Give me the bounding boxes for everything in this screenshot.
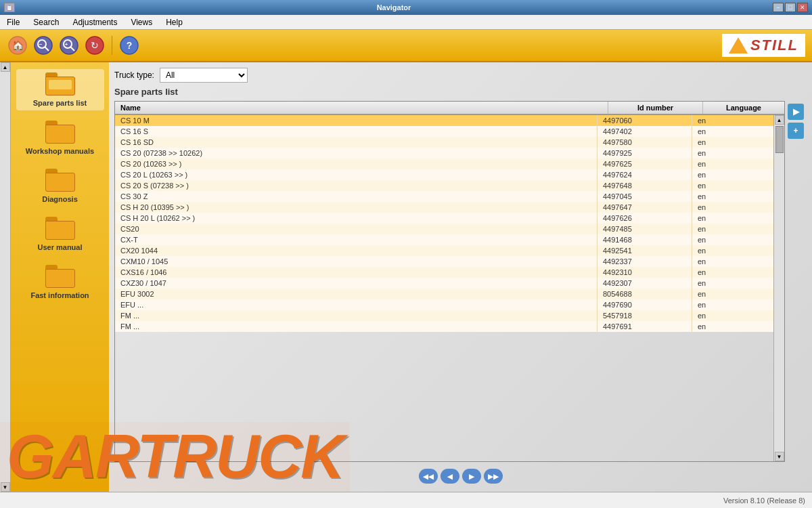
- table-scroll-up[interactable]: ▲: [775, 115, 784, 125]
- status-bar: Version 8.10 (Release 8): [0, 492, 812, 508]
- still-logo: STILL: [722, 34, 805, 57]
- table-row[interactable]: CS H 20 (10395 >> )4497647en: [115, 202, 773, 213]
- sidebar-item-user-manual[interactable]: User manual: [16, 213, 104, 255]
- row-id-cell: 4497624: [597, 169, 692, 180]
- svg-text:↻: ↻: [91, 40, 99, 51]
- right-action-buttons: ▶ +: [788, 101, 807, 462]
- row-lang-cell: en: [692, 267, 773, 278]
- main-area: ▲ ▼ Spare parts list Workshop manuals Di…: [0, 62, 812, 492]
- row-name-cell: CS 20 (10263 >> ): [115, 158, 597, 169]
- table-row[interactable]: CS 16 S4497402en: [115, 126, 773, 137]
- row-name-cell: CS 20 S (07238 >> ): [115, 180, 597, 191]
- row-id-cell: 4492310: [597, 267, 692, 278]
- table-row[interactable]: FM ...5457918en: [115, 310, 773, 321]
- sidebar-item-workshop-manuals[interactable]: Workshop manuals: [16, 117, 104, 158]
- home-button[interactable]: 🏠: [7, 35, 28, 56]
- menu-item-adjustments[interactable]: Adjustments: [68, 16, 121, 28]
- svg-text:🏠: 🏠: [12, 40, 24, 51]
- table-row[interactable]: EFU ...4497690en: [115, 299, 773, 310]
- maximize-button[interactable]: □: [785, 3, 796, 12]
- minimize-button[interactable]: −: [773, 3, 784, 12]
- scroll-down-arrow[interactable]: ▼: [1, 482, 10, 492]
- sidebar-label-fast-info: Fast information: [30, 291, 89, 299]
- row-lang-cell: en: [692, 115, 773, 126]
- sidebar-item-fast-information[interactable]: Fast information: [16, 261, 104, 303]
- first-page-button[interactable]: ◀◀: [419, 469, 438, 484]
- fast-info-folder-icon: [45, 265, 75, 289]
- row-name-cell: CS 30 Z: [115, 191, 597, 202]
- menu-item-search[interactable]: Search: [29, 16, 63, 28]
- scroll-up-arrow[interactable]: ▲: [1, 62, 10, 72]
- table-row[interactable]: CX-T4491468en: [115, 234, 773, 245]
- last-page-button[interactable]: ▶▶: [484, 469, 503, 484]
- search-forward-button[interactable]: +: [58, 35, 80, 56]
- next-page-button[interactable]: ▶: [462, 469, 481, 484]
- row-name-cell: CS H 20 L (10262 >> ): [115, 213, 597, 224]
- sidebar-item-diagnosis[interactable]: Diagnosis: [16, 165, 104, 207]
- row-name-cell: EFU 3002: [115, 289, 597, 299]
- row-lang-cell: en: [692, 202, 773, 213]
- table-row[interactable]: CS 20 (07238 >> 10262)4497925en: [115, 148, 773, 158]
- table-row[interactable]: CS H 20 L (10262 >> )4497626en: [115, 213, 773, 224]
- workshop-folder-icon: [45, 121, 75, 145]
- row-lang-cell: en: [692, 180, 773, 191]
- row-id-cell: 4497647: [597, 202, 692, 213]
- table-row[interactable]: FM ...4497691en: [115, 321, 773, 332]
- table-row[interactable]: CXM10 / 10454492337en: [115, 256, 773, 267]
- table-scroll-wrapper: CS 10 M4497060enCS 16 S4497402enCS 16 SD…: [115, 115, 784, 461]
- navigation-buttons: ◀◀ ◀ ▶ ▶▶: [114, 466, 807, 486]
- sidebar-item-spare-parts-list[interactable]: Spare parts list: [16, 69, 104, 110]
- row-name-cell: CXZ30 / 1047: [115, 278, 597, 289]
- spare-parts-section-label: Spare parts list: [114, 87, 807, 97]
- search-back-button[interactable]: −: [32, 35, 54, 56]
- table-row[interactable]: CXS16 / 10464492310en: [115, 267, 773, 278]
- table-scroll-down[interactable]: ▼: [775, 452, 784, 461]
- navigate-right-button[interactable]: ▶: [788, 104, 804, 120]
- row-name-cell: CX20 1044: [115, 245, 597, 256]
- row-id-cell: 8054688: [597, 289, 692, 299]
- table-row[interactable]: CS 20 L (10263 >> )4497624en: [115, 169, 773, 180]
- spare-parts-table: Name Id number Language CS 10 M4497060en…: [114, 101, 785, 462]
- table-row[interactable]: CS 20 (10263 >> )4497625en: [115, 158, 773, 169]
- menu-item-help[interactable]: Help: [162, 16, 187, 28]
- row-id-cell: 4492307: [597, 278, 692, 289]
- row-id-cell: 4497402: [597, 126, 692, 137]
- row-name-cell: CS 20 L (10263 >> ): [115, 169, 597, 180]
- help-button[interactable]: ?: [118, 35, 140, 56]
- sidebar-label-spare-parts: Spare parts list: [33, 99, 87, 107]
- row-name-cell: CS 16 S: [115, 126, 597, 137]
- row-id-cell: 4497485: [597, 224, 692, 234]
- prev-page-button[interactable]: ◀: [441, 469, 459, 484]
- menu-item-views[interactable]: Views: [127, 16, 156, 28]
- row-lang-cell: en: [692, 310, 773, 321]
- table-row[interactable]: CXZ30 / 10474492307en: [115, 278, 773, 289]
- svg-text:+: +: [65, 41, 68, 47]
- table-scroll-thumb[interactable]: [775, 126, 784, 153]
- title-bar-icon: 📋: [4, 3, 15, 12]
- table-row[interactable]: CX20 10444492541en: [115, 245, 773, 256]
- close-button[interactable]: ✕: [797, 3, 808, 12]
- add-button[interactable]: +: [788, 123, 804, 139]
- table-row[interactable]: EFU 30028054688en: [115, 289, 773, 299]
- table-row[interactable]: CS 10 M4497060en: [115, 115, 773, 126]
- row-lang-cell: en: [692, 169, 773, 180]
- row-lang-cell: en: [692, 256, 773, 267]
- table-scrollbar[interactable]: ▲ ▼: [773, 115, 784, 461]
- column-header-name: Name: [115, 102, 608, 114]
- row-id-cell: 4492337: [597, 256, 692, 267]
- svg-point-2: [35, 37, 52, 54]
- table-row[interactable]: CS 30 Z4497045en: [115, 191, 773, 202]
- row-name-cell: CS H 20 (10395 >> ): [115, 202, 597, 213]
- title-bar: 📋 Navigator − □ ✕: [0, 0, 812, 15]
- truck-type-select[interactable]: All CS CX EFU RX FM: [160, 68, 248, 83]
- row-lang-cell: en: [692, 299, 773, 310]
- sidebar-scrollbar[interactable]: ▲ ▼: [0, 62, 11, 492]
- row-id-cell: 4497626: [597, 213, 692, 224]
- row-lang-cell: en: [692, 191, 773, 202]
- app-title: Navigator: [15, 3, 773, 12]
- table-row[interactable]: CS 16 SD4497580en: [115, 137, 773, 148]
- refresh-button[interactable]: ↻: [84, 35, 106, 56]
- menu-item-file[interactable]: File: [3, 16, 24, 28]
- table-row[interactable]: CS204497485en: [115, 224, 773, 234]
- table-row[interactable]: CS 20 S (07238 >> )4497648en: [115, 180, 773, 191]
